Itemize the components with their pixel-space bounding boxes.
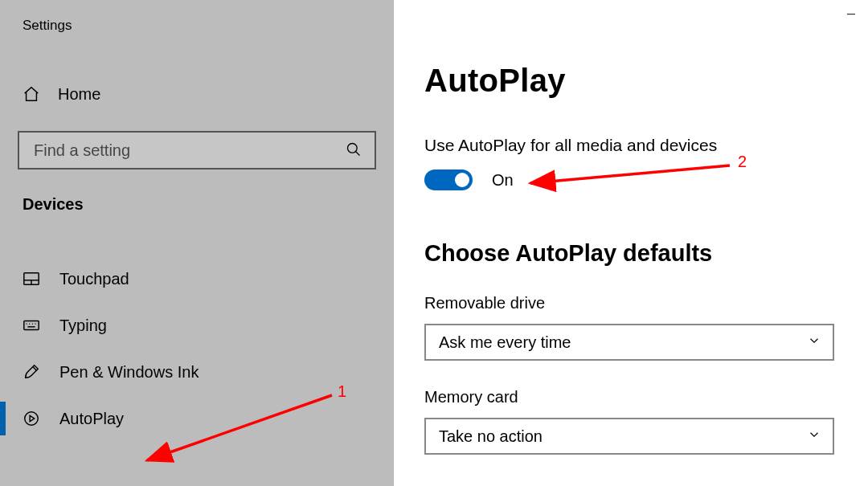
sidebar-home-label: Home (58, 85, 100, 104)
search-icon (346, 141, 362, 160)
settings-sidebar: Settings Home Find a setting Devices Tou… (0, 0, 394, 486)
main-content: – AutoPlay Use AutoPlay for all media an… (394, 0, 868, 486)
sidebar-item-label: Touchpad (59, 270, 129, 288)
use-autoplay-toggle[interactable] (424, 169, 473, 190)
sidebar-item-label: AutoPlay (59, 410, 124, 428)
removable-drive-label: Removable drive (424, 294, 852, 312)
keyboard-icon (23, 317, 40, 334)
autoplay-icon (23, 410, 40, 427)
sidebar-item-touchpad[interactable]: Touchpad (0, 255, 394, 302)
sidebar-item-typing[interactable]: Typing (0, 302, 394, 349)
svg-rect-5 (24, 321, 39, 330)
sidebar-item-label: Pen & Windows Ink (59, 363, 199, 382)
sidebar-item-label: Typing (59, 317, 107, 335)
memory-card-label: Memory card (424, 388, 852, 406)
svg-point-0 (348, 143, 358, 153)
touchpad-icon (23, 270, 40, 288)
pen-icon (23, 363, 40, 381)
toggle-knob (455, 173, 469, 187)
sidebar-home[interactable]: Home (0, 78, 394, 110)
svg-point-12 (25, 412, 39, 426)
annotation-label-1: 1 (338, 382, 346, 401)
search-placeholder: Find a setting (34, 141, 130, 160)
removable-drive-dropdown[interactable]: Ask me every time (424, 324, 834, 361)
dropdown-value: Take no action (439, 427, 542, 446)
page-title: AutoPlay (424, 63, 852, 99)
sidebar-item-autoplay[interactable]: AutoPlay (0, 395, 394, 442)
window-title: Settings (0, 10, 394, 34)
annotation-label-2: 2 (738, 153, 747, 171)
chevron-down-icon (807, 427, 821, 446)
sidebar-item-pen[interactable]: Pen & Windows Ink (0, 349, 394, 395)
defaults-header: Choose AutoPlay defaults (424, 240, 852, 267)
memory-card-dropdown[interactable]: Take no action (424, 418, 834, 455)
home-icon (23, 85, 40, 103)
svg-line-1 (356, 151, 360, 155)
sidebar-nav: Touchpad Typing Pen & Windows Ink AutoPl… (0, 255, 394, 442)
sidebar-section-header: Devices (0, 169, 394, 214)
use-autoplay-label: Use AutoPlay for all media and devices (424, 136, 852, 155)
dropdown-value: Ask me every time (439, 333, 571, 352)
chevron-down-icon (807, 333, 821, 352)
window-minimize-button[interactable]: – (847, 5, 855, 22)
toggle-state-label: On (492, 171, 514, 190)
search-input[interactable]: Find a setting (18, 131, 376, 169)
